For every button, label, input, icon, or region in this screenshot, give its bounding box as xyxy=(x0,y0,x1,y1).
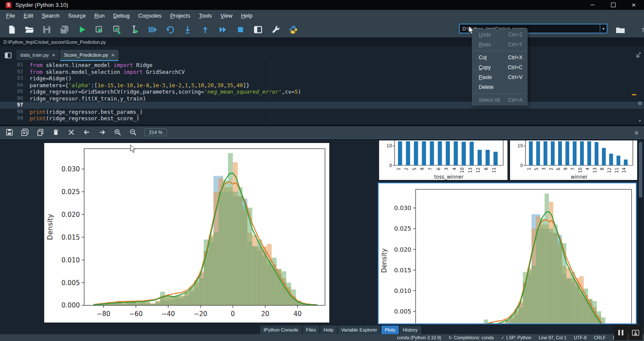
menu-tools[interactable]: Tools xyxy=(194,11,216,20)
editor-tab-Score_Prediction-py[interactable]: Score_Prediction.py✕ xyxy=(60,50,118,61)
editor-tab-data_train-py[interactable]: data_train.py✕ xyxy=(16,50,59,60)
close-all-plots-button[interactable] xyxy=(65,127,78,137)
plot-thumbnail-winner[interactable]: 0101532697104138121114winner xyxy=(510,140,637,180)
open-file-icon xyxy=(24,25,34,34)
maximize-button[interactable] xyxy=(603,0,623,10)
menu-help[interactable]: Help xyxy=(237,11,257,20)
code-line-95[interactable]: 95ridge_regressor=GridSearchCV(ridge,par… xyxy=(0,88,644,95)
save-file-button[interactable] xyxy=(39,23,54,36)
chevron-down-icon[interactable]: ▾ xyxy=(600,24,607,33)
code-line-94[interactable]: 94parameters={'alpha':[1e-15,1e-10,1e-8,… xyxy=(0,82,644,89)
previous-plot-button[interactable] xyxy=(80,127,93,137)
pane-tab-plots[interactable]: Plots xyxy=(381,326,398,334)
python-path-manager-button[interactable] xyxy=(286,23,300,36)
plots-scrollbar-thumb[interactable] xyxy=(639,142,642,198)
minimize-button[interactable] xyxy=(582,0,603,10)
remove-plot-button[interactable] xyxy=(49,127,62,137)
code-line-98[interactable]: 98print(ridge_regressor.best_params_) xyxy=(0,109,644,116)
copy-plot-button[interactable] xyxy=(34,127,47,137)
zoom-in-button[interactable] xyxy=(111,127,124,137)
plot-thumbnail-density-selected[interactable]: 0.0000.0050.0100.0150.0200.0250.030−80−6… xyxy=(378,183,637,324)
stop-debug-button[interactable] xyxy=(233,23,247,36)
menu-item-shortcut: Ctrl+Y xyxy=(500,42,522,48)
save-all-button[interactable] xyxy=(57,23,71,36)
save-all-plots-button[interactable] xyxy=(18,127,31,137)
parent-directory-button[interactable]: ↑ xyxy=(636,24,644,37)
code-line-92[interactable]: 92from sklearn.model_selection import Gr… xyxy=(0,69,644,76)
preferences-icon xyxy=(271,25,280,34)
continue-execution-button[interactable] xyxy=(216,23,230,36)
debug-file-icon xyxy=(148,25,157,34)
editor-scrollbar-thumb[interactable] xyxy=(638,101,642,105)
svg-text:11: 11 xyxy=(492,167,496,173)
run-cell-advance-button[interactable] xyxy=(110,23,124,36)
run-selection-button[interactable] xyxy=(128,23,142,36)
browse-tabs-button[interactable] xyxy=(3,51,13,60)
svg-text:3: 3 xyxy=(541,167,546,170)
picture-in-picture-button[interactable] xyxy=(629,325,642,340)
context-menu-item-delete[interactable]: Delete xyxy=(472,82,528,92)
line-number: 96 xyxy=(0,95,23,102)
run-file-button[interactable] xyxy=(75,23,89,36)
svg-text:−60: −60 xyxy=(129,310,143,318)
context-menu-item-paste[interactable]: PasteCtrl+V xyxy=(472,72,528,82)
close-all-plots-icon xyxy=(68,129,75,136)
context-menu-item-copy[interactable]: CopyCtrl+C xyxy=(472,62,528,72)
code-line-91[interactable]: 91from sklearn.linear_model import Ridge xyxy=(0,62,644,69)
preferences-button[interactable] xyxy=(268,23,283,36)
pane-tab-variable-explorer[interactable]: Variable Explorer xyxy=(338,326,381,334)
toss-winner-chart-svg: 01012597634101312811toss_winner xyxy=(379,140,507,180)
plots-options-menu-icon[interactable]: ≡ xyxy=(635,129,638,136)
pane-tab-history[interactable]: History xyxy=(400,326,421,334)
menu-file[interactable]: File xyxy=(2,11,19,20)
step-out-button[interactable] xyxy=(198,23,212,36)
debug-file-button[interactable] xyxy=(145,23,159,36)
editor-scrollbar[interactable]: ▲ ▼ xyxy=(637,51,643,123)
menu-projects[interactable]: Projects xyxy=(166,11,194,20)
tab-close-icon[interactable]: ✕ xyxy=(52,53,55,58)
status-completions-conda: ↻Completions: conda xyxy=(449,335,494,340)
menu-debug[interactable]: Debug xyxy=(109,11,134,20)
save-plot-icon xyxy=(6,128,13,136)
menu-source[interactable]: Source xyxy=(64,11,90,20)
run-current-line-icon xyxy=(165,25,175,34)
menu-item-label: Delete xyxy=(479,84,494,90)
pane-tab-files[interactable]: Files xyxy=(303,326,319,334)
run-current-line-button[interactable] xyxy=(163,23,177,36)
menu-edit[interactable]: Edit xyxy=(19,11,37,20)
pause-button[interactable] xyxy=(614,325,628,340)
menu-search[interactable]: Search xyxy=(37,11,64,20)
pane-tab-help[interactable]: Help xyxy=(320,326,337,334)
save-plot-button[interactable] xyxy=(3,127,16,137)
close-button[interactable]: ✕ xyxy=(623,0,644,10)
plot-thumbnail-toss-winner[interactable]: 01012597634101312811toss_winner xyxy=(379,140,507,180)
pane-tab-ipython-console[interactable]: IPython Console xyxy=(260,326,302,334)
zoom-out-button[interactable] xyxy=(127,127,140,137)
code-line-93[interactable]: 93ridge=Ridge() xyxy=(0,75,644,82)
open-file-button[interactable] xyxy=(22,23,36,36)
scroll-up-icon[interactable]: ▲ xyxy=(637,51,643,55)
code-line-99[interactable]: 99print(ridge_regressor.best_score_) xyxy=(0,115,644,122)
menu-view[interactable]: View xyxy=(216,11,237,20)
plots-scrollbar[interactable] xyxy=(638,140,643,325)
save-all-icon xyxy=(59,25,70,34)
context-menu-item-cut[interactable]: CutCtrl+X xyxy=(472,52,528,62)
menu-separator xyxy=(472,51,527,51)
svg-text:−80: −80 xyxy=(97,310,110,318)
browse-working-directory-button[interactable] xyxy=(613,24,627,37)
menu-consoles[interactable]: Consoles xyxy=(134,11,166,20)
menu-run[interactable]: Run xyxy=(90,11,109,20)
maximize-pane-button[interactable] xyxy=(251,23,265,36)
code-line-96[interactable]: 96ridge_regressor.fit(X_train,y_train) xyxy=(0,95,644,102)
main-toolbar: D:\Python_Imp\Cricket_sscore ▾ ↑ xyxy=(0,21,644,37)
svg-text:8: 8 xyxy=(600,167,605,170)
next-plot-button[interactable] xyxy=(96,127,109,137)
new-file-button[interactable] xyxy=(4,23,18,36)
main-plot-figure[interactable]: 0.0000.0050.0100.0150.0200.0250.030−80−6… xyxy=(44,143,329,323)
scroll-down-icon[interactable]: ▼ xyxy=(637,119,643,123)
step-into-button[interactable] xyxy=(180,23,194,36)
code-editor[interactable]: 91from sklearn.linear_model import Ridge… xyxy=(0,62,644,125)
code-line-97[interactable]: 97 xyxy=(0,102,644,109)
tab-close-icon[interactable]: ✕ xyxy=(111,53,115,58)
run-cell-button[interactable] xyxy=(92,23,106,36)
